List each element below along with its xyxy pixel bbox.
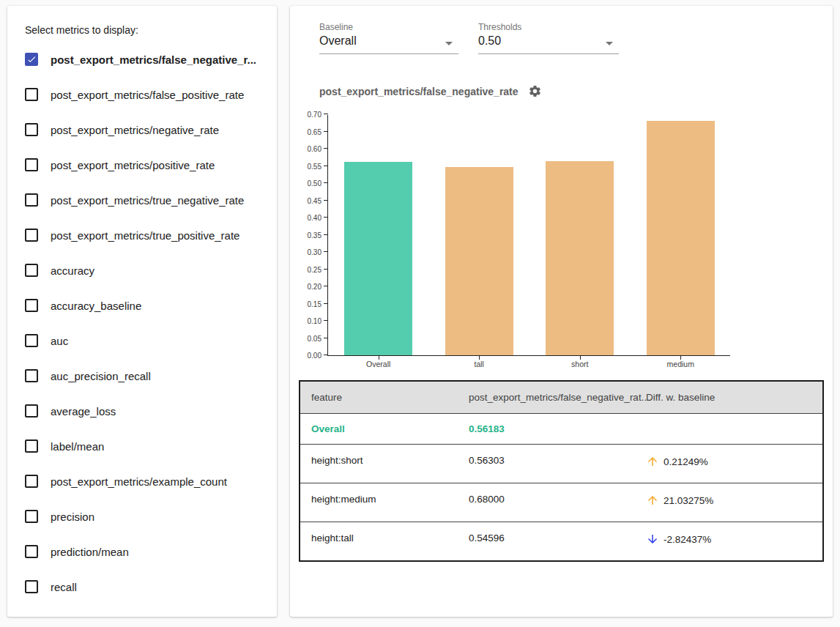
gear-icon[interactable] xyxy=(528,84,542,98)
y-axis-tick-mark xyxy=(324,166,328,166)
checkbox-unchecked-icon[interactable] xyxy=(25,193,38,207)
table-header-cell: Diff. w. baseline xyxy=(641,392,822,403)
diff-value: 21.03275% xyxy=(664,495,713,506)
metric-value-cell: 0.56303 xyxy=(469,455,641,466)
y-axis-tick-label: 0.05 xyxy=(291,335,321,343)
metric-option[interactable]: auc xyxy=(25,323,265,358)
x-axis-tick-label: medium xyxy=(667,360,694,368)
metric-option[interactable]: average_loss xyxy=(25,393,265,428)
y-axis-tick-mark xyxy=(324,320,328,321)
y-axis-tick-mark xyxy=(324,269,328,270)
thresholds-select[interactable]: Thresholds 0.50 xyxy=(478,22,619,54)
checkbox-unchecked-icon[interactable] xyxy=(25,88,38,101)
chevron-down-icon xyxy=(606,42,613,45)
diff-value: -2.82437% xyxy=(664,534,711,545)
y-axis-tick-mark xyxy=(324,303,328,304)
thresholds-label: Thresholds xyxy=(478,22,619,32)
metric-label: average_loss xyxy=(51,405,116,418)
thresholds-value: 0.50 xyxy=(478,34,501,47)
y-axis-tick-label: 0.50 xyxy=(291,179,321,188)
metric-value-cell: 0.54596 xyxy=(469,533,641,543)
diff-value: 0.21249% xyxy=(664,456,708,467)
checkbox-unchecked-icon[interactable] xyxy=(25,229,38,242)
arrow-up-icon xyxy=(646,494,659,507)
fairness-metrics-app: Select metrics to display: post_export_m… xyxy=(0,0,840,627)
chart-bar-medium[interactable] xyxy=(647,121,715,355)
metric-detail-panel: Baseline Overall Thresholds 0.50 post_ex… xyxy=(290,6,833,617)
metric-label: post_export_metrics/negative_rate xyxy=(51,124,219,136)
table-row: Overall0.56183 xyxy=(300,413,822,444)
checkbox-unchecked-icon[interactable] xyxy=(25,158,38,171)
checkbox-unchecked-icon[interactable] xyxy=(25,404,38,418)
arrow-down-icon xyxy=(646,533,659,546)
chart-bar-short[interactable] xyxy=(546,161,614,355)
baseline-select[interactable]: Baseline Overall xyxy=(319,22,458,54)
metric-option[interactable]: post_export_metrics/true_positive_rate xyxy=(25,218,265,253)
metric-value-cell: 0.56183 xyxy=(469,423,641,434)
metric-label: post_export_metrics/positive_rate xyxy=(51,159,215,171)
metric-value-cell: 0.68000 xyxy=(469,494,641,505)
metric-label: auc_precision_recall xyxy=(51,370,151,382)
diff-cell: 0.21249% xyxy=(641,455,822,468)
y-axis-tick-mark xyxy=(324,200,328,201)
metric-option[interactable]: post_export_metrics/true_negative_rate xyxy=(25,182,265,218)
y-axis-tick-mark xyxy=(324,286,328,286)
metric-option[interactable]: recall xyxy=(25,569,265,604)
metric-option[interactable]: precision xyxy=(25,499,265,534)
chart-title: post_export_metrics/false_negative_rate xyxy=(319,86,519,97)
y-axis-tick-mark xyxy=(324,182,328,183)
checkbox-unchecked-icon[interactable] xyxy=(25,439,38,453)
feature-cell: height:short xyxy=(300,455,469,466)
checkbox-unchecked-icon[interactable] xyxy=(25,475,38,488)
table-header-cell: post_export_metrics/false_negative_rat..… xyxy=(469,392,641,403)
chevron-down-icon xyxy=(445,42,453,45)
checkbox-unchecked-icon[interactable] xyxy=(25,369,38,382)
y-axis-tick-label: 0.55 xyxy=(291,163,321,171)
checkbox-unchecked-icon[interactable] xyxy=(25,334,38,347)
checkbox-unchecked-icon[interactable] xyxy=(25,545,38,558)
y-axis-tick-label: 0.65 xyxy=(291,128,321,136)
feature-cell: height:tall xyxy=(300,533,469,543)
metric-selector-title: Select metrics to display: xyxy=(25,24,265,36)
metric-label: accuracy_baseline xyxy=(51,300,141,312)
metric-label: post_export_metrics/true_negative_rate xyxy=(51,194,244,207)
bar-chart: 0.000.050.100.150.200.250.300.350.400.45… xyxy=(327,115,730,356)
metric-option[interactable]: post_export_metrics/positive_rate xyxy=(25,147,265,182)
diff-cell: 21.03275% xyxy=(641,494,822,507)
checkbox-unchecked-icon[interactable] xyxy=(25,264,38,277)
metric-option[interactable]: post_export_metrics/false_negative_r... xyxy=(25,42,265,77)
table-header-cell: feature xyxy=(300,392,469,403)
checkbox-unchecked-icon[interactable] xyxy=(25,580,38,593)
checkbox-unchecked-icon[interactable] xyxy=(25,123,38,136)
y-axis-tick-mark xyxy=(324,131,328,132)
baseline-value: Overall xyxy=(319,34,357,47)
metric-option[interactable]: post_export_metrics/false_positive_rate xyxy=(25,77,265,112)
checkbox-unchecked-icon[interactable] xyxy=(25,510,38,523)
y-axis-tick-mark xyxy=(324,338,328,338)
metric-option[interactable]: auc_precision_recall xyxy=(25,358,265,393)
metric-option[interactable]: prediction/mean xyxy=(25,534,265,569)
metric-option[interactable]: accuracy xyxy=(25,253,265,288)
chart-bar-tall[interactable] xyxy=(445,167,513,355)
y-axis-tick-label: 0.20 xyxy=(291,283,321,291)
table-row: height:medium0.6800021.03275% xyxy=(300,483,822,522)
metric-label: prediction/mean xyxy=(51,546,129,558)
y-axis-tick-mark xyxy=(324,355,328,355)
y-axis-tick-label: 0.00 xyxy=(291,352,321,360)
y-axis-tick-label: 0.30 xyxy=(291,248,321,256)
chart-bar-overall[interactable] xyxy=(344,162,412,355)
y-axis-tick-label: 0.70 xyxy=(291,111,321,119)
metric-label: label/mean xyxy=(51,440,104,453)
checkbox-checked-icon[interactable] xyxy=(25,53,38,66)
x-axis-tick-label: short xyxy=(571,360,588,368)
diff-cell: -2.82437% xyxy=(641,533,822,546)
metric-label: recall xyxy=(51,581,77,593)
metric-option[interactable]: post_export_metrics/negative_rate xyxy=(25,112,265,147)
table-header-row: featurepost_export_metrics/false_negativ… xyxy=(300,382,822,413)
metric-option[interactable]: accuracy_baseline xyxy=(25,288,265,323)
feature-cell: height:medium xyxy=(300,494,469,505)
checkbox-unchecked-icon[interactable] xyxy=(25,299,38,312)
metric-label: post_export_metrics/false_positive_rate xyxy=(51,89,244,101)
metric-option[interactable]: label/mean xyxy=(25,428,265,464)
metric-option[interactable]: post_export_metrics/example_count xyxy=(25,464,265,499)
